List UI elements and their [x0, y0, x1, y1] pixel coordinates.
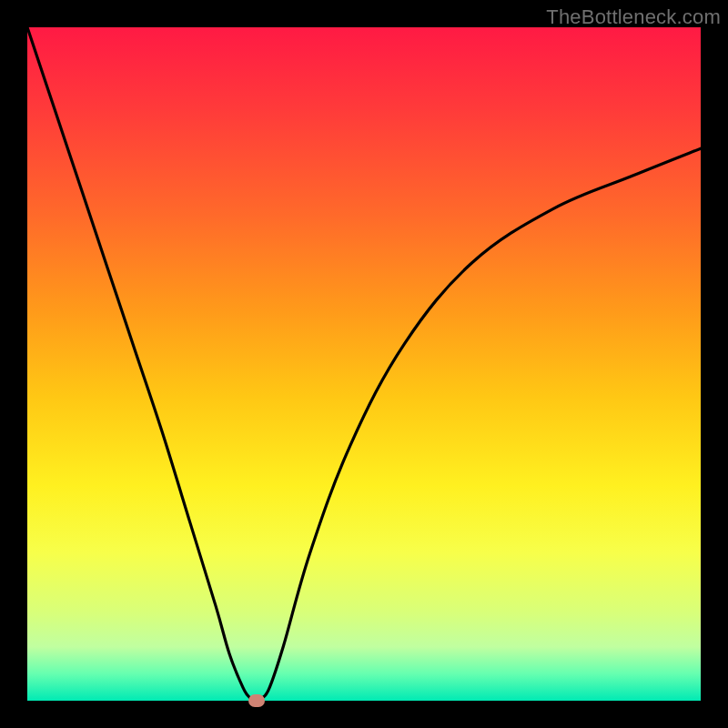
plot-area [27, 27, 701, 701]
bottleneck-curve [27, 27, 701, 701]
chart-frame: TheBottleneck.com [0, 0, 728, 728]
optimal-marker [248, 694, 265, 707]
watermark-text: TheBottleneck.com [546, 5, 721, 29]
